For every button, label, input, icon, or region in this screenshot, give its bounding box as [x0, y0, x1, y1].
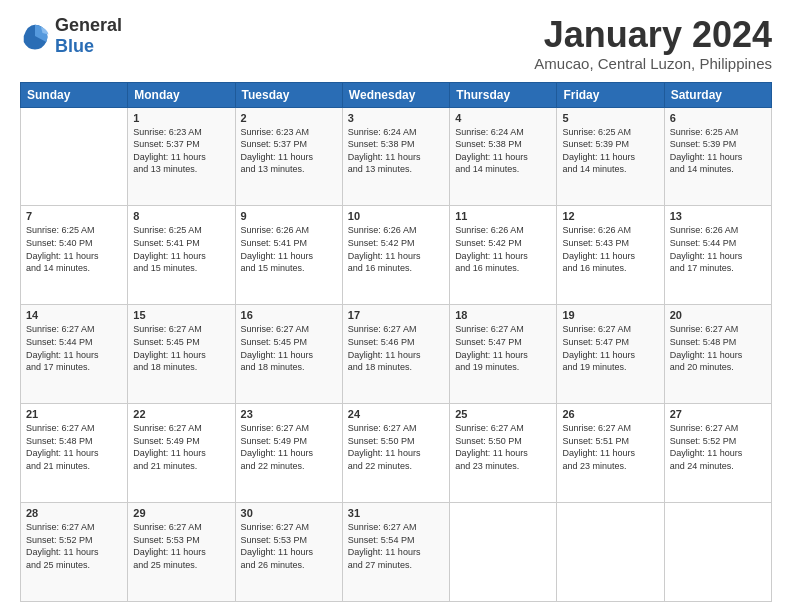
day-cell: 19Sunrise: 6:27 AMSunset: 5:47 PMDayligh… — [557, 305, 664, 404]
day-content: Sunrise: 6:25 AMSunset: 5:40 PMDaylight:… — [26, 224, 122, 274]
day-number: 24 — [348, 408, 444, 420]
day-cell: 9Sunrise: 6:26 AMSunset: 5:41 PMDaylight… — [235, 206, 342, 305]
weekday-header-row: SundayMondayTuesdayWednesdayThursdayFrid… — [21, 82, 772, 107]
day-content: Sunrise: 6:27 AMSunset: 5:48 PMDaylight:… — [670, 323, 766, 373]
day-cell: 15Sunrise: 6:27 AMSunset: 5:45 PMDayligh… — [128, 305, 235, 404]
day-number: 9 — [241, 210, 337, 222]
day-cell: 14Sunrise: 6:27 AMSunset: 5:44 PMDayligh… — [21, 305, 128, 404]
day-content: Sunrise: 6:27 AMSunset: 5:51 PMDaylight:… — [562, 422, 658, 472]
day-content: Sunrise: 6:25 AMSunset: 5:41 PMDaylight:… — [133, 224, 229, 274]
day-content: Sunrise: 6:27 AMSunset: 5:54 PMDaylight:… — [348, 521, 444, 571]
weekday-header-tuesday: Tuesday — [235, 82, 342, 107]
day-content: Sunrise: 6:24 AMSunset: 5:38 PMDaylight:… — [455, 126, 551, 176]
day-cell: 11Sunrise: 6:26 AMSunset: 5:42 PMDayligh… — [450, 206, 557, 305]
day-cell: 27Sunrise: 6:27 AMSunset: 5:52 PMDayligh… — [664, 404, 771, 503]
day-cell: 23Sunrise: 6:27 AMSunset: 5:49 PMDayligh… — [235, 404, 342, 503]
day-number: 11 — [455, 210, 551, 222]
day-content: Sunrise: 6:27 AMSunset: 5:53 PMDaylight:… — [133, 521, 229, 571]
day-number: 26 — [562, 408, 658, 420]
day-content: Sunrise: 6:27 AMSunset: 5:53 PMDaylight:… — [241, 521, 337, 571]
day-content: Sunrise: 6:27 AMSunset: 5:44 PMDaylight:… — [26, 323, 122, 373]
calendar-header: SundayMondayTuesdayWednesdayThursdayFrid… — [21, 82, 772, 107]
day-content: Sunrise: 6:26 AMSunset: 5:42 PMDaylight:… — [348, 224, 444, 274]
day-number: 15 — [133, 309, 229, 321]
day-content: Sunrise: 6:27 AMSunset: 5:49 PMDaylight:… — [241, 422, 337, 472]
day-content: Sunrise: 6:27 AMSunset: 5:49 PMDaylight:… — [133, 422, 229, 472]
day-cell — [557, 503, 664, 602]
day-number: 27 — [670, 408, 766, 420]
week-row-0: 1Sunrise: 6:23 AMSunset: 5:37 PMDaylight… — [21, 107, 772, 206]
weekday-header-monday: Monday — [128, 82, 235, 107]
day-number: 5 — [562, 112, 658, 124]
day-cell — [450, 503, 557, 602]
logo-blue: Blue — [55, 36, 94, 56]
day-number: 13 — [670, 210, 766, 222]
header: General Blue January 2024 Amucao, Centra… — [20, 15, 772, 72]
day-content: Sunrise: 6:27 AMSunset: 5:47 PMDaylight:… — [455, 323, 551, 373]
day-content: Sunrise: 6:25 AMSunset: 5:39 PMDaylight:… — [562, 126, 658, 176]
logo-icon — [20, 21, 50, 51]
day-cell — [21, 107, 128, 206]
day-cell: 16Sunrise: 6:27 AMSunset: 5:45 PMDayligh… — [235, 305, 342, 404]
day-cell: 25Sunrise: 6:27 AMSunset: 5:50 PMDayligh… — [450, 404, 557, 503]
calendar-body: 1Sunrise: 6:23 AMSunset: 5:37 PMDaylight… — [21, 107, 772, 601]
day-content: Sunrise: 6:27 AMSunset: 5:45 PMDaylight:… — [133, 323, 229, 373]
day-cell: 12Sunrise: 6:26 AMSunset: 5:43 PMDayligh… — [557, 206, 664, 305]
day-cell: 10Sunrise: 6:26 AMSunset: 5:42 PMDayligh… — [342, 206, 449, 305]
day-content: Sunrise: 6:26 AMSunset: 5:42 PMDaylight:… — [455, 224, 551, 274]
day-number: 21 — [26, 408, 122, 420]
day-cell: 24Sunrise: 6:27 AMSunset: 5:50 PMDayligh… — [342, 404, 449, 503]
day-cell: 31Sunrise: 6:27 AMSunset: 5:54 PMDayligh… — [342, 503, 449, 602]
day-number: 19 — [562, 309, 658, 321]
page: General Blue January 2024 Amucao, Centra… — [0, 0, 792, 612]
day-cell: 30Sunrise: 6:27 AMSunset: 5:53 PMDayligh… — [235, 503, 342, 602]
day-number: 23 — [241, 408, 337, 420]
day-content: Sunrise: 6:27 AMSunset: 5:52 PMDaylight:… — [670, 422, 766, 472]
location-subtitle: Amucao, Central Luzon, Philippines — [534, 55, 772, 72]
day-content: Sunrise: 6:26 AMSunset: 5:43 PMDaylight:… — [562, 224, 658, 274]
day-number: 20 — [670, 309, 766, 321]
day-number: 14 — [26, 309, 122, 321]
day-number: 17 — [348, 309, 444, 321]
day-cell: 26Sunrise: 6:27 AMSunset: 5:51 PMDayligh… — [557, 404, 664, 503]
day-number: 4 — [455, 112, 551, 124]
day-content: Sunrise: 6:24 AMSunset: 5:38 PMDaylight:… — [348, 126, 444, 176]
day-number: 30 — [241, 507, 337, 519]
day-cell: 13Sunrise: 6:26 AMSunset: 5:44 PMDayligh… — [664, 206, 771, 305]
day-number: 6 — [670, 112, 766, 124]
calendar-table: SundayMondayTuesdayWednesdayThursdayFrid… — [20, 82, 772, 602]
week-row-2: 14Sunrise: 6:27 AMSunset: 5:44 PMDayligh… — [21, 305, 772, 404]
day-number: 12 — [562, 210, 658, 222]
day-number: 31 — [348, 507, 444, 519]
day-cell: 3Sunrise: 6:24 AMSunset: 5:38 PMDaylight… — [342, 107, 449, 206]
day-cell: 29Sunrise: 6:27 AMSunset: 5:53 PMDayligh… — [128, 503, 235, 602]
day-content: Sunrise: 6:27 AMSunset: 5:50 PMDaylight:… — [348, 422, 444, 472]
weekday-header-thursday: Thursday — [450, 82, 557, 107]
day-number: 29 — [133, 507, 229, 519]
weekday-header-saturday: Saturday — [664, 82, 771, 107]
day-number: 3 — [348, 112, 444, 124]
day-content: Sunrise: 6:26 AMSunset: 5:41 PMDaylight:… — [241, 224, 337, 274]
day-number: 22 — [133, 408, 229, 420]
day-content: Sunrise: 6:27 AMSunset: 5:47 PMDaylight:… — [562, 323, 658, 373]
day-content: Sunrise: 6:26 AMSunset: 5:44 PMDaylight:… — [670, 224, 766, 274]
day-number: 2 — [241, 112, 337, 124]
day-number: 28 — [26, 507, 122, 519]
weekday-header-sunday: Sunday — [21, 82, 128, 107]
day-cell: 8Sunrise: 6:25 AMSunset: 5:41 PMDaylight… — [128, 206, 235, 305]
logo: General Blue — [20, 15, 122, 57]
day-cell: 18Sunrise: 6:27 AMSunset: 5:47 PMDayligh… — [450, 305, 557, 404]
day-number: 16 — [241, 309, 337, 321]
day-cell: 17Sunrise: 6:27 AMSunset: 5:46 PMDayligh… — [342, 305, 449, 404]
day-cell: 20Sunrise: 6:27 AMSunset: 5:48 PMDayligh… — [664, 305, 771, 404]
day-cell: 22Sunrise: 6:27 AMSunset: 5:49 PMDayligh… — [128, 404, 235, 503]
logo-general: General — [55, 15, 122, 35]
day-number: 1 — [133, 112, 229, 124]
day-cell: 21Sunrise: 6:27 AMSunset: 5:48 PMDayligh… — [21, 404, 128, 503]
title-block: January 2024 Amucao, Central Luzon, Phil… — [534, 15, 772, 72]
day-cell: 2Sunrise: 6:23 AMSunset: 5:37 PMDaylight… — [235, 107, 342, 206]
logo-text: General Blue — [55, 15, 122, 57]
day-content: Sunrise: 6:27 AMSunset: 5:50 PMDaylight:… — [455, 422, 551, 472]
day-number: 7 — [26, 210, 122, 222]
month-title: January 2024 — [534, 15, 772, 55]
